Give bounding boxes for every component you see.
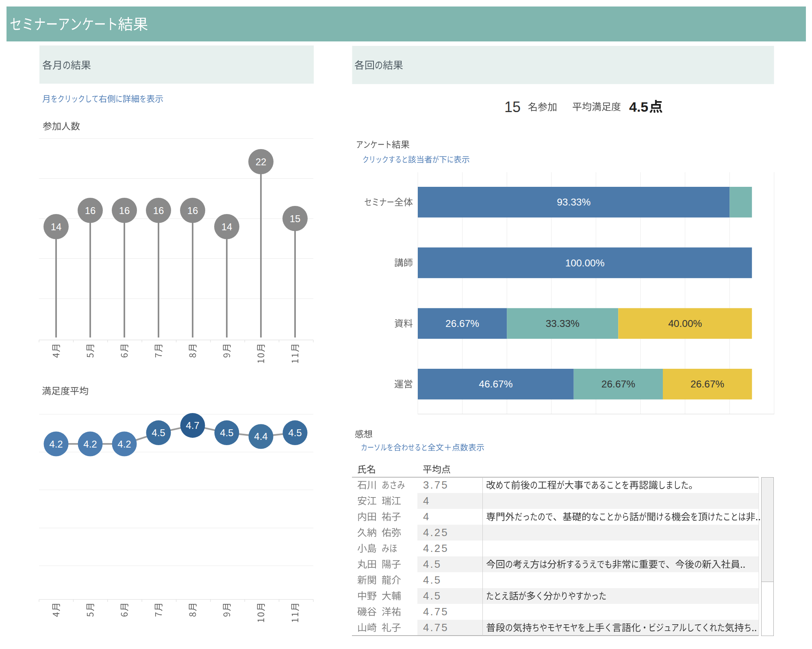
svg-text:4.4: 4.4: [254, 431, 267, 442]
svg-text:4.2: 4.2: [117, 439, 131, 450]
svg-text:22: 22: [256, 156, 267, 167]
svg-text:4.2: 4.2: [83, 439, 97, 450]
svg-text:4.5: 4.5: [220, 427, 233, 438]
svg-text:16: 16: [153, 205, 164, 216]
svg-text:4.25: 4.25: [423, 526, 449, 539]
svg-text:4.5: 4.5: [629, 99, 648, 115]
svg-text:93.33%: 93.33%: [557, 197, 591, 208]
svg-text:26.67%: 26.67%: [690, 379, 724, 389]
svg-text:14: 14: [51, 221, 62, 232]
svg-text:4: 4: [423, 495, 430, 507]
svg-text:26.67%: 26.67%: [601, 379, 635, 389]
svg-text:100.00%: 100.00%: [565, 257, 605, 268]
svg-text:33.33%: 33.33%: [546, 318, 580, 329]
svg-text:4.2: 4.2: [49, 439, 63, 450]
svg-text:46.67%: 46.67%: [479, 379, 512, 389]
svg-text:4.5: 4.5: [152, 427, 165, 438]
svg-text:4.5: 4.5: [288, 427, 302, 438]
svg-text:4.75: 4.75: [423, 621, 449, 634]
svg-text:4.5: 4.5: [423, 574, 441, 586]
svg-text:4: 4: [423, 511, 430, 523]
svg-text:4.7: 4.7: [186, 420, 199, 431]
svg-text:14: 14: [221, 221, 232, 232]
svg-text:26.67%: 26.67%: [445, 318, 479, 329]
svg-text:15: 15: [290, 213, 301, 224]
svg-text:4.5: 4.5: [423, 590, 441, 602]
svg-text:16: 16: [85, 205, 96, 216]
svg-text:4.75: 4.75: [423, 606, 449, 618]
svg-text:40.00%: 40.00%: [668, 318, 702, 329]
svg-text:16: 16: [187, 205, 198, 216]
svg-text:3.75: 3.75: [423, 479, 449, 491]
svg-text:4.25: 4.25: [423, 542, 449, 554]
svg-text:15: 15: [504, 99, 521, 115]
svg-text:16: 16: [119, 205, 130, 216]
svg-text:4.5: 4.5: [423, 558, 441, 570]
